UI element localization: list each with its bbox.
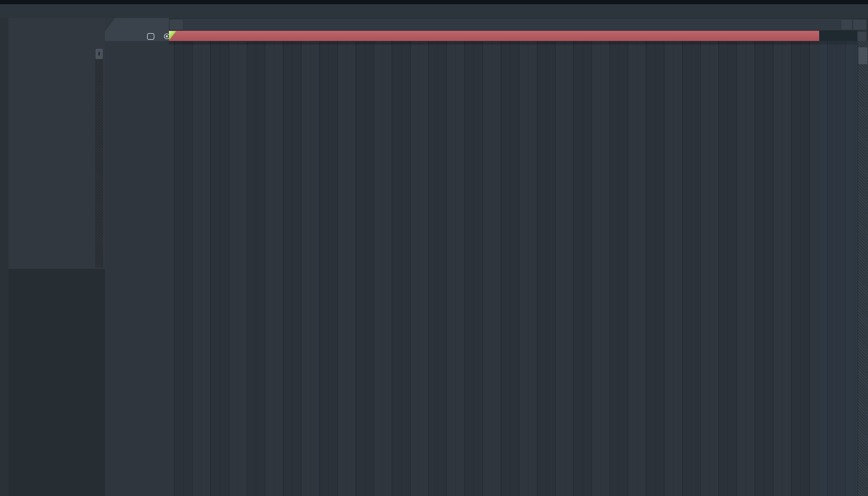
left-gutter: [0, 18, 9, 496]
outside-song-region: [819, 41, 857, 496]
timeline-ruler[interactable]: [169, 31, 857, 41]
close-button[interactable]: [855, 7, 866, 15]
chevron-right-icon: [211, 7, 217, 13]
step-checkbox[interactable]: [147, 33, 154, 40]
pattern-list-scrollbar[interactable]: [95, 49, 103, 267]
scroll-left-button[interactable]: [169, 19, 183, 30]
vertical-scrollbar-thumb[interactable]: [858, 47, 867, 64]
maximize-button[interactable]: [841, 7, 852, 15]
top-edge-strip: [0, 0, 868, 4]
chevron-right-icon: [217, 7, 223, 13]
scroll-right-button[interactable]: [841, 19, 852, 30]
breadcrumb[interactable]: [211, 7, 223, 14]
minimize-button[interactable]: [828, 7, 839, 15]
stop-scroll-button[interactable]: [853, 19, 867, 30]
vertical-scrollbar[interactable]: [858, 41, 868, 496]
loop-selection[interactable]: [169, 31, 819, 41]
playlist-title-bar[interactable]: [0, 4, 868, 18]
playlist-grid[interactable]: [169, 41, 857, 496]
grid-top-strip: [169, 41, 857, 45]
pattern-picker-panel: [9, 18, 105, 269]
track-panel-tab-corner: [105, 18, 169, 41]
scrollbar-thumb-grip: [98, 52, 100, 56]
pattern-panel-empty-area: [9, 269, 105, 496]
track-header-panel: [105, 18, 169, 496]
playlist-minimap-scrollbar[interactable]: [169, 19, 857, 30]
fl-studio-playlist-window: [0, 0, 868, 496]
